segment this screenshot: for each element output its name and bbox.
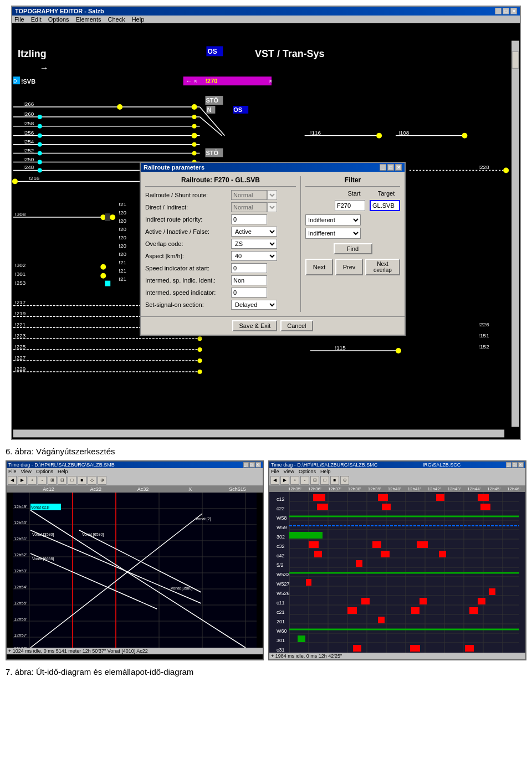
svg-text:!226: !226 (478, 321, 489, 327)
dialog-minimize[interactable]: _ (380, 164, 386, 171)
maximize-btn[interactable]: □ (503, 8, 509, 14)
tb-btn-8[interactable]: ■ (78, 476, 86, 485)
elem-minimize[interactable]: _ (506, 462, 511, 468)
elem-close[interactable]: ✕ (518, 462, 524, 468)
tb-btn-4[interactable]: - (38, 476, 47, 485)
svg-text:!21: !21 (119, 268, 126, 274)
ed-tb-3[interactable]: + (290, 476, 299, 485)
svg-rect-181 (436, 494, 444, 501)
input-intermed-speed[interactable] (231, 288, 267, 298)
find-button[interactable]: Find (334, 243, 372, 254)
select-aspect[interactable]: 40 (231, 251, 277, 261)
input-shunt[interactable] (231, 190, 267, 200)
tb-btn-9[interactable]: ◇ (88, 476, 96, 485)
td-menu-options[interactable]: Options (36, 469, 53, 474)
time-diag-svg: 12h49' 12h50' 12h51' 12h52' 12h53' 12h54… (7, 493, 263, 648)
ed-tb-4[interactable]: - (300, 476, 309, 485)
th-1235: 12h35' (285, 486, 305, 491)
save-exit-button[interactable]: Save & Exit (232, 320, 277, 331)
find-btn-row: Find (305, 243, 400, 254)
svg-text:12h57': 12h57' (14, 633, 27, 638)
svg-text:!21: !21 (119, 201, 126, 207)
svg-point-48 (192, 151, 197, 156)
svg-text:!228: !228 (478, 164, 489, 170)
ed-tb-7[interactable]: ■ (330, 476, 339, 485)
time-diag-maximize[interactable]: □ (249, 462, 255, 468)
tb-btn-6[interactable]: ⊟ (58, 476, 66, 485)
svg-text:W59: W59 (277, 525, 287, 530)
tb-btn-2[interactable]: ▶ (18, 476, 27, 485)
menu-check[interactable]: Check (108, 16, 125, 23)
svg-point-26 (192, 115, 197, 119)
menu-elements[interactable]: Elements (76, 16, 101, 23)
dialog-maximize[interactable]: □ (387, 164, 394, 171)
svg-text:!266: !266 (23, 101, 34, 107)
ed-tb-8[interactable]: ⊕ (340, 476, 349, 485)
td-menu-view[interactable]: View (21, 469, 32, 474)
ed-tb-1[interactable]: ◀ (270, 476, 279, 485)
elem-maximize[interactable]: □ (512, 462, 518, 468)
time-diag-title-buttons: _ □ ✕ (243, 462, 261, 468)
tb-btn-10[interactable]: ⊕ (98, 476, 106, 485)
menu-options[interactable]: Options (48, 16, 69, 23)
tb-btn-3[interactable]: + (28, 476, 37, 485)
menu-help[interactable]: Help (132, 16, 145, 23)
menu-edit[interactable]: Edit (31, 16, 42, 23)
elem-diag-content: c12 c22 W58 W59 (269, 492, 525, 653)
ed-menu-file[interactable]: File (271, 469, 279, 474)
svg-point-104 (198, 358, 202, 363)
target-input[interactable] (370, 200, 400, 211)
tb-btn-1[interactable]: ◀ (8, 476, 17, 485)
start-input[interactable] (335, 200, 365, 211)
topo-menu-bar: File Edit Options Elements Check Help (12, 16, 520, 23)
input-direct[interactable] (231, 202, 267, 212)
ed-menu-view[interactable]: View (284, 469, 294, 474)
next-overlap-button[interactable]: Next overlap (365, 259, 400, 275)
ed-tb-6[interactable]: □ (320, 476, 329, 485)
tb-btn-7[interactable]: □ (68, 476, 76, 485)
filter-select2[interactable]: Indifferent (305, 228, 361, 239)
filter-select1[interactable]: Indifferent (305, 214, 361, 225)
svg-text:c21: c21 (277, 609, 285, 615)
select-shunt[interactable] (267, 190, 277, 200)
svg-rect-69 (105, 213, 110, 221)
dialog-close[interactable]: ✕ (395, 164, 402, 171)
svg-text:← ×: ← × (186, 78, 197, 84)
time-diag-title-bar: Time diag - D:\HP\IRL\SALZBURG\SALZB.SMB… (7, 462, 263, 468)
select-direct[interactable] (267, 202, 277, 212)
td-menu-help[interactable]: Help (58, 469, 68, 474)
svg-text:!301: !301 (15, 271, 26, 277)
label-shunt: Railroute / Shunt route: (145, 192, 231, 198)
cancel-button[interactable]: Cancel (280, 320, 313, 331)
svg-point-21 (117, 104, 122, 110)
input-priority[interactable] (231, 214, 267, 224)
time-diag-minimize[interactable]: _ (243, 462, 249, 468)
elem-diag-svg: c12 c22 W58 W59 (269, 492, 525, 653)
select-set-signal[interactable]: Delayed (231, 300, 277, 310)
ed-tb-2[interactable]: ▶ (280, 476, 289, 485)
svg-point-107 (198, 370, 202, 374)
input-speed-start[interactable] (231, 263, 267, 273)
select-active[interactable]: Active Inactive False (231, 227, 277, 237)
ed-tb-5[interactable]: ⊞ (310, 476, 319, 485)
ed-menu-options[interactable]: Options (299, 469, 316, 474)
svg-rect-122 (13, 429, 504, 437)
time-diag-close[interactable]: ✕ (255, 462, 261, 468)
svg-text:Vonat [2]: Vonat [2] (196, 517, 211, 521)
input-intermed-ident[interactable] (231, 275, 267, 285)
tb-btn-5[interactable]: ⊞ (48, 476, 57, 485)
svg-rect-123 (13, 493, 257, 648)
ed-menu-help[interactable]: Help (320, 469, 331, 474)
minimize-btn[interactable]: _ (495, 8, 502, 14)
th-1244: 12h44' (464, 486, 484, 491)
svg-text:12h49': 12h49' (14, 504, 27, 509)
select-overlap[interactable]: ZS (231, 239, 277, 249)
next-button[interactable]: Next (305, 259, 333, 275)
menu-file[interactable]: File (14, 16, 24, 23)
prev-button[interactable]: Prev (335, 259, 363, 275)
svg-text:12h55': 12h55' (14, 601, 27, 606)
svg-text:12h51': 12h51' (14, 536, 27, 541)
close-btn[interactable]: ✕ (510, 8, 517, 14)
svg-text:!229: !229 (15, 366, 26, 372)
td-menu-file[interactable]: File (8, 469, 17, 474)
